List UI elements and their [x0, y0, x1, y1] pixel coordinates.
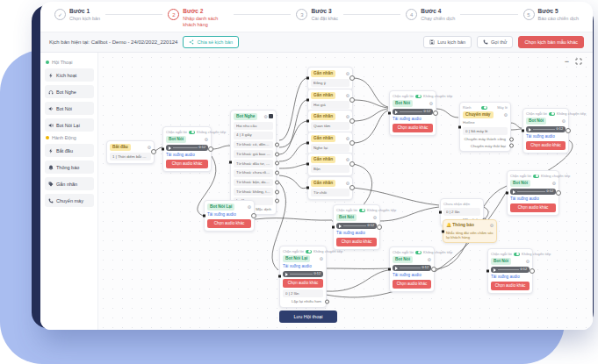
flow-node-bot-noi[interactable]: Chặn ngắt lờiKhông chuyển tiếp Bot Nói⚙ …	[522, 108, 569, 153]
keyword-row[interactable]: Từ khoá: chưa rõ, nói lại, chậm thôi, gì…	[234, 169, 273, 177]
change-audio-button[interactable]: Chọn audio khác	[393, 124, 433, 132]
gear-icon[interactable]: ⚙	[346, 71, 349, 77]
output-port[interactable]	[208, 146, 213, 152]
output-port[interactable]	[509, 137, 514, 141]
step-3[interactable]: 3 Bước 3 Cài đặt khác	[296, 8, 338, 22]
change-audio-button[interactable]: Chọn audio khác	[207, 219, 251, 228]
palette-item-gan-nhan[interactable]: Gắn nhãn	[45, 177, 94, 190]
audio-player[interactable]: 0:12	[491, 267, 530, 273]
input-port[interactable]	[332, 226, 335, 229]
palette-item-thong-bao[interactable]: Thông báo	[45, 161, 94, 174]
input-port[interactable]	[306, 99, 309, 102]
repeat-overflow-branch[interactable]: Lặp lại nhiều hơn	[283, 299, 323, 304]
save-flow-button[interactable]: Lưu Hội thoại	[279, 310, 337, 323]
gear-icon[interactable]: ⚙	[429, 101, 433, 107]
output-port[interactable]	[275, 143, 279, 147]
output-port[interactable]	[509, 144, 514, 148]
output-port[interactable]	[349, 161, 355, 167]
output-port[interactable]	[349, 97, 355, 103]
gear-icon[interactable]: ⚙	[346, 114, 349, 120]
palette-item-bot-noi[interactable]: Bot Nói	[45, 102, 94, 115]
flow-node-bot-noi[interactable]: Chặn ngắt lờiKhông chuyển tiếp Bot Nói⚙ …	[389, 246, 435, 292]
audio-player[interactable]: 0:12	[393, 109, 433, 115]
step-4[interactable]: 4 Bước 4 Chạy chiến dịch	[406, 8, 455, 22]
flow-node-bot-noi[interactable]: Chặn ngắt lờiKhông chuyển tiếp Bot Nói⚙ …	[389, 90, 436, 136]
gear-icon[interactable]: ⚙	[205, 137, 208, 143]
flow-node-bot-noi[interactable]: Chặn ngắt lờiKhông chuyển tiếp Bot Nói⚙ …	[487, 248, 533, 294]
toggle-icon[interactable]	[189, 131, 195, 134]
input-port[interactable]	[458, 125, 461, 128]
toggle-icon[interactable]	[359, 209, 365, 212]
toggle-icon[interactable]	[481, 106, 487, 110]
gear-icon[interactable]: ⚙	[552, 181, 556, 187]
download-audio-link[interactable]: Tải xuống audio	[207, 212, 251, 218]
palette-item-bat-dau[interactable]: Bắt đầu	[45, 144, 94, 157]
palette-item-bot-noi-lai[interactable]: Bot Nói Lại	[45, 118, 94, 132]
flow-node-gan-nhan[interactable]: Gắn nhãn⚙ Quan tâm	[307, 110, 353, 133]
flow-node-bot-noi-lai[interactable]: Bot Nói Lại⚙ Tải xuống audio Chọn audio …	[204, 200, 255, 232]
output-port[interactable]	[433, 111, 438, 116]
download-audio-link[interactable]: Tải xuống audio	[510, 196, 556, 202]
output-port[interactable]	[431, 267, 436, 272]
keyword-row[interactable]: Từ khoá: đầu tư, dự án, vị trí, tiềm năn…	[234, 160, 273, 168]
output-port[interactable]	[251, 213, 256, 218]
play-icon[interactable]	[395, 267, 398, 270]
gear-icon[interactable]: ⚙	[490, 223, 494, 229]
output-port[interactable]	[275, 152, 279, 156]
gear-icon[interactable]: ⚙	[346, 157, 349, 163]
input-port[interactable]	[162, 148, 164, 151]
gear-icon[interactable]: ⚙	[263, 114, 267, 119]
input-port[interactable]	[486, 270, 489, 273]
input-port[interactable]	[306, 77, 309, 80]
download-audio-link[interactable]: Tải xuống audio	[526, 134, 566, 139]
play-icon[interactable]	[529, 128, 531, 132]
download-audio-link[interactable]: Tải xuống audio	[336, 231, 377, 236]
step-5[interactable]: 5 Bước 5 Báo cáo chiến dịch	[523, 8, 579, 22]
choose-other-template-button[interactable]: Chọn kịch bản mẫu khác	[518, 36, 584, 48]
flow-node-bot-noi[interactable]: Chặn ngắt lờiKhông chuyển tiếp Bot Nói⚙ …	[507, 170, 559, 216]
audio-player[interactable]: 0:12	[510, 189, 556, 195]
output-port[interactable]	[349, 118, 355, 124]
change-audio-button[interactable]: Chọn audio khác	[166, 160, 208, 168]
keyword-row[interactable]: Từ khoá: có, đồng ý, vâng, ok, được, ừ	[234, 141, 273, 149]
change-audio-button[interactable]: Chọn audio khác	[491, 282, 530, 290]
input-port[interactable]	[388, 268, 391, 271]
flow-node-gan-nhan[interactable]: Gắn nhãn⚙ Nghe lại	[307, 132, 353, 155]
flow-node-gan-nhan[interactable]: Gắn nhãn⚙ Đồng ý	[307, 67, 353, 90]
output-port[interactable]	[275, 189, 279, 194]
flow-node-gan-nhan[interactable]: Gắn nhãn⚙ Từ chối	[307, 176, 353, 200]
input-port[interactable]	[306, 163, 309, 166]
change-audio-button[interactable]: Chọn audio khác	[393, 280, 431, 289]
play-icon[interactable]	[513, 190, 515, 194]
input-port[interactable]	[439, 211, 442, 213]
download-audio-link[interactable]: Tải xuống audio	[491, 275, 530, 280]
change-audio-button[interactable]: Chọn audio khác	[510, 203, 556, 212]
play-icon[interactable]	[285, 273, 288, 276]
play-icon[interactable]	[494, 268, 496, 272]
fullscreen-icon[interactable]	[575, 58, 582, 65]
flow-node-bot-noi[interactable]: Chặn ngắt lờiKhông chuyển tiếp Bot Nói⚙ …	[333, 204, 380, 250]
audio-player[interactable]: 0:12	[526, 126, 566, 132]
input-port[interactable]	[278, 275, 281, 278]
gear-icon[interactable]: ⚙	[504, 112, 508, 118]
input-port[interactable]	[203, 215, 205, 218]
input-port[interactable]	[442, 230, 444, 232]
download-audio-link[interactable]: Tải xuống audio	[283, 264, 323, 269]
toggle-icon[interactable]	[549, 112, 555, 116]
gear-icon[interactable]: ⚙	[373, 215, 377, 221]
output-port[interactable]	[275, 171, 279, 175]
save-scenario-button[interactable]: Lưu kịch bản	[423, 36, 472, 48]
gear-icon[interactable]: ⚙	[346, 181, 349, 187]
output-port[interactable]	[377, 225, 382, 230]
change-audio-button[interactable]: Chọn audio khác	[283, 279, 323, 288]
gear-icon[interactable]: ⚙	[346, 136, 349, 142]
palette-item-bot-nghe[interactable]: Bot Nghe	[45, 85, 94, 98]
input-port[interactable]	[506, 192, 508, 195]
gear-icon[interactable]: ⚙	[346, 93, 349, 99]
keyword-row[interactable]: Từ khoá: không, thôi, dừng, không quan t…	[234, 188, 273, 196]
step-2[interactable]: 2 Bước 2 Nhập danh sách khách hàng	[168, 8, 228, 28]
share-scenario-button[interactable]: Chia sẻ kịch bản	[183, 36, 239, 48]
output-port[interactable]	[349, 140, 355, 146]
audio-player[interactable]: 0:12	[166, 145, 208, 151]
input-port[interactable]	[388, 112, 391, 115]
